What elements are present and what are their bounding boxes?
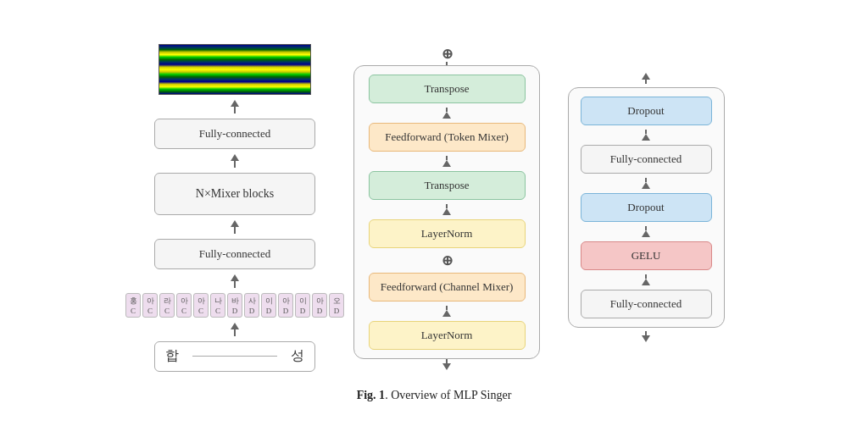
token-6: 나C xyxy=(210,293,225,318)
arrow-line xyxy=(234,329,236,336)
token-1: 홍C xyxy=(125,293,141,318)
token-2: 아C xyxy=(142,293,158,318)
arrowhead xyxy=(231,274,239,281)
token-8: 사D xyxy=(244,293,259,318)
arrow-mixer-to-fc xyxy=(231,220,239,234)
token-4: 아C xyxy=(176,293,192,318)
token-5: 아C xyxy=(193,293,209,318)
arrowhead xyxy=(231,100,239,107)
middle-column: ⊕ Transpose Feedforward (Token Mixer) Tr xyxy=(353,46,540,370)
arrow-fc-to-tokens xyxy=(231,274,239,288)
arrowhead xyxy=(642,73,650,80)
arrow-line xyxy=(234,161,236,168)
right-column: Dropout Fully-connected Dropout xyxy=(565,73,726,342)
token-13: 오D xyxy=(329,293,344,318)
fully-connected-top-left: Fully-connected xyxy=(154,119,315,149)
arrow-spec-to-fc xyxy=(231,100,239,113)
arrowhead xyxy=(231,220,239,227)
arrow-line xyxy=(234,227,236,234)
arrowhead xyxy=(642,230,650,237)
fully-connected-bottom-left: Fully-connected xyxy=(154,239,315,269)
arrowhead xyxy=(442,112,451,119)
token-7: 바D xyxy=(227,293,242,318)
figure-caption: Fig. 1. Overview of MLP Singer xyxy=(357,389,512,402)
sum-top: ⊕ xyxy=(442,46,453,62)
arrowhead xyxy=(642,279,650,285)
token-12: 아D xyxy=(312,293,327,318)
arrowhead-down xyxy=(642,335,650,342)
gelu-box: GELU xyxy=(581,241,712,270)
input-bar: 합 성 xyxy=(154,341,315,372)
arrowhead xyxy=(642,182,650,189)
dropout-bottom: Dropout xyxy=(581,193,712,222)
dropout-top: Dropout xyxy=(581,97,712,125)
transpose-bottom: Transpose xyxy=(369,171,526,200)
token-11: 이D xyxy=(295,293,310,318)
arrowhead xyxy=(642,134,650,141)
arrow-input-to-tokens xyxy=(231,323,239,336)
layernorm-bottom: LayerNorm xyxy=(369,321,526,350)
right-block-outer: Dropout Fully-connected Dropout xyxy=(568,87,725,328)
arrow-line xyxy=(234,107,236,113)
mixer-blocks-box: N×Mixer blocks xyxy=(154,173,315,215)
arrowhead xyxy=(231,323,239,329)
token-3: 라C xyxy=(159,293,175,318)
feedforward-channel-mixer: Feedforward (Channel Mixer) xyxy=(369,273,526,301)
arrow-fc-to-mixer xyxy=(231,154,239,168)
arrow-line xyxy=(234,281,236,288)
arrow-line xyxy=(645,80,647,84)
middle-block-outer: Transpose Feedforward (Token Mixer) Tran… xyxy=(353,65,540,359)
arrowhead xyxy=(442,208,451,215)
sum-bottom: ⊕ xyxy=(442,252,453,268)
main-diagram: Fully-connected N×Mixer blocks Fully-con… xyxy=(0,36,868,380)
arrowhead-down xyxy=(442,363,451,370)
fully-connected-top-right: Fully-connected xyxy=(581,145,712,174)
arrowhead xyxy=(442,160,451,167)
feedforward-token-mixer: Feedforward (Token Mixer) xyxy=(369,123,526,152)
token-10: 아D xyxy=(278,293,293,318)
token-9: 이D xyxy=(261,293,276,318)
left-column: Fully-connected N×Mixer blocks Fully-con… xyxy=(142,44,328,372)
fully-connected-bottom-right: Fully-connected xyxy=(581,290,712,318)
transpose-top: Transpose xyxy=(369,75,526,103)
token-row: 홍C 아C 라C 아C 아C 나C 바D 사D 이D 아D 이D 아D 오D xyxy=(125,293,344,318)
spectrogram xyxy=(159,44,311,95)
arrow-line-top xyxy=(446,62,448,65)
layernorm-top: LayerNorm xyxy=(369,219,526,248)
arrowhead xyxy=(231,154,239,161)
arrowhead xyxy=(442,310,451,317)
